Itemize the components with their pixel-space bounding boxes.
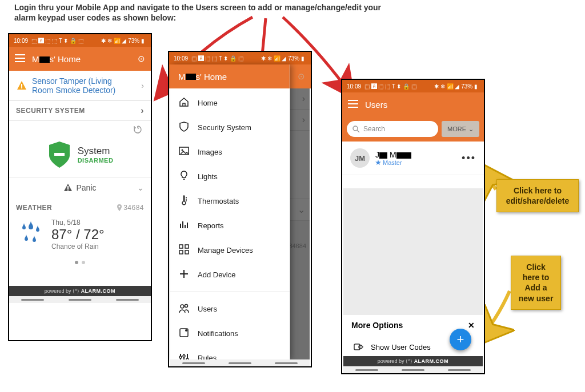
rain-icon bbox=[19, 220, 46, 249]
callout-add-new-user: Click here to Add a new user bbox=[511, 256, 561, 310]
menu-item-security-system[interactable]: Security System bbox=[170, 115, 290, 140]
rules-icon bbox=[178, 351, 190, 360]
menu-item-users[interactable]: Users bbox=[170, 297, 290, 321]
svg-point-12 bbox=[181, 305, 184, 308]
menu-item-label: Add Device bbox=[198, 270, 235, 279]
menu-item-reports[interactable]: Reports bbox=[170, 213, 290, 238]
page-title-users: Users bbox=[365, 100, 387, 110]
menu-item-label: Reports bbox=[198, 221, 224, 230]
app-bar-home: Ms' Home ⊙ bbox=[9, 47, 151, 71]
pager-dots bbox=[9, 256, 151, 269]
menu-item-label: Security System bbox=[198, 123, 251, 132]
avatar: JM bbox=[350, 148, 370, 168]
svg-point-13 bbox=[185, 305, 188, 308]
menu-item-label: Manage Devices bbox=[198, 246, 253, 254]
bell-icon bbox=[178, 327, 190, 340]
menu-item-rules[interactable]: Rules bbox=[170, 346, 290, 360]
plus-icon bbox=[178, 268, 190, 281]
shield-icon bbox=[178, 121, 190, 134]
chevron-down-icon: ⌄ bbox=[468, 126, 474, 133]
app-bar-users: Users bbox=[342, 92, 484, 116]
phone-menu-drawer: 10:09 ⬚ 🅰 ⬚ ⬚ T ⬍ 🔒 ⬚ ✱ ❄ 📶 ◢ 73% ▮ ⊙ › … bbox=[168, 51, 312, 367]
shield-disarmed-icon bbox=[47, 140, 72, 169]
svg-point-16 bbox=[179, 356, 182, 358]
svg-rect-11 bbox=[185, 250, 189, 254]
svg-rect-9 bbox=[185, 245, 189, 248]
weather-header[interactable]: WEATHER 34684 bbox=[9, 198, 151, 214]
chevron-right-icon: › bbox=[141, 106, 144, 116]
menu-item-label: Users bbox=[198, 305, 217, 313]
menu-item-manage-devices[interactable]: Manage Devices bbox=[170, 238, 290, 262]
search-input[interactable]: Search bbox=[347, 121, 438, 137]
svg-point-7 bbox=[182, 149, 183, 151]
search-bar: Search MORE ⌄ bbox=[342, 116, 484, 142]
thermo-icon bbox=[178, 195, 190, 208]
image-icon bbox=[178, 146, 190, 159]
svg-point-5 bbox=[119, 206, 121, 208]
close-icon[interactable]: ✕ bbox=[468, 321, 475, 330]
chevron-down-icon: ⌄ bbox=[137, 183, 144, 192]
svg-rect-1 bbox=[21, 87, 22, 88]
add-user-fab[interactable]: + bbox=[450, 329, 471, 350]
menu-item-lights[interactable]: Lights bbox=[170, 164, 290, 189]
alert-sensor-tamper[interactable]: Sensor Tamper (LivingRoom Smoke Detector… bbox=[9, 71, 151, 101]
phone-home: 10:09 ⬚ 🅰 ⬚ ⬚ T ⬍ 🔒 ⬚ ✱ ❄ 📶 ◢ 73% ▮ Ms' … bbox=[8, 33, 152, 341]
menu-item-notifications[interactable]: Notifications bbox=[170, 321, 290, 346]
key-icon bbox=[354, 342, 364, 351]
user-name: J M bbox=[375, 150, 411, 159]
menu-item-images[interactable]: Images bbox=[170, 140, 290, 164]
hamburger-icon[interactable] bbox=[348, 100, 358, 110]
status-bar: 10:09 ⬚ 🅰 ⬚ ⬚ T ⬍ 🔒 ⬚ ✱ ❄ 📶 ◢ 73% ▮ bbox=[169, 52, 311, 64]
scenes-icon[interactable]: ⊙ bbox=[138, 54, 145, 64]
system-status-card[interactable]: System DISARMED bbox=[9, 137, 151, 177]
devices-icon bbox=[178, 244, 190, 257]
svg-point-17 bbox=[183, 355, 185, 357]
location-pin-icon bbox=[117, 204, 122, 211]
svg-rect-3 bbox=[67, 186, 69, 189]
menu-item-label: Notifications bbox=[198, 329, 238, 338]
nav-drawer: Ms' Home HomeSecurity SystemImagesLights… bbox=[170, 64, 290, 360]
svg-rect-2 bbox=[54, 153, 65, 156]
panic-button[interactable]: Panic ⌄ bbox=[9, 177, 151, 198]
android-nav-bar bbox=[343, 366, 483, 373]
menu-item-label: Thermostats bbox=[198, 197, 239, 205]
users-icon bbox=[178, 302, 190, 316]
phone-users: 10:09 ⬚ 🅰 ⬚ ⬚ T ⬍ 🔒 ⬚ ✱ ❄ 📶 ◢ 73% ▮ User… bbox=[341, 79, 485, 374]
user-role: Master bbox=[375, 159, 411, 166]
intro-text: Login thru your Mobile App and navigate … bbox=[14, 2, 403, 23]
user-row[interactable]: JM J M Master ••• bbox=[342, 142, 484, 175]
history-icon[interactable] bbox=[133, 124, 143, 137]
menu-item-add-device[interactable]: Add Device bbox=[170, 262, 290, 287]
home-icon bbox=[178, 96, 190, 110]
more-button[interactable]: MORE ⌄ bbox=[442, 121, 479, 137]
page-title: Ms' Home bbox=[32, 54, 81, 64]
security-system-header[interactable]: SECURITY SYSTEM › bbox=[9, 101, 151, 121]
svg-rect-8 bbox=[179, 245, 183, 248]
plus-icon: + bbox=[457, 332, 464, 347]
callout-edit-share-delete: Click here to edit/share/delete bbox=[496, 179, 579, 212]
footer-brand: powered by ⟨^⟩ ALARM.COM bbox=[343, 356, 483, 366]
svg-rect-10 bbox=[179, 250, 183, 254]
status-bar: 10:09 ⬚ 🅰 ⬚ ⬚ T ⬍ 🔒 ⬚ ✱ ❄ 📶 ◢ 73% ▮ bbox=[342, 80, 484, 92]
menu-item-home[interactable]: Home bbox=[170, 91, 290, 115]
bulb-icon bbox=[178, 170, 190, 183]
hamburger-icon[interactable] bbox=[15, 54, 25, 64]
svg-rect-0 bbox=[21, 84, 22, 87]
menu-item-label: Home bbox=[198, 99, 218, 107]
weather-body: Thu, 5/18 87° / 72° Chance of Rain bbox=[9, 214, 151, 256]
svg-point-15 bbox=[185, 329, 187, 332]
svg-point-20 bbox=[353, 126, 358, 131]
menu-item-thermostats[interactable]: Thermostats bbox=[170, 189, 290, 213]
reports-icon bbox=[178, 219, 190, 232]
svg-rect-4 bbox=[67, 189, 69, 191]
android-nav-bar bbox=[170, 359, 310, 366]
empty-area bbox=[343, 188, 483, 320]
chevron-right-icon: › bbox=[141, 81, 144, 90]
status-bar: 10:09 ⬚ 🅰 ⬚ ⬚ T ⬍ 🔒 ⬚ ✱ ❄ 📶 ◢ 73% ▮ bbox=[9, 34, 151, 47]
android-nav-bar bbox=[9, 296, 151, 303]
search-icon bbox=[352, 126, 360, 133]
user-menu-dots-icon[interactable]: ••• bbox=[462, 152, 476, 164]
drawer-title: Ms' Home bbox=[170, 64, 290, 88]
star-icon bbox=[375, 160, 381, 165]
menu-item-label: Lights bbox=[198, 172, 218, 181]
